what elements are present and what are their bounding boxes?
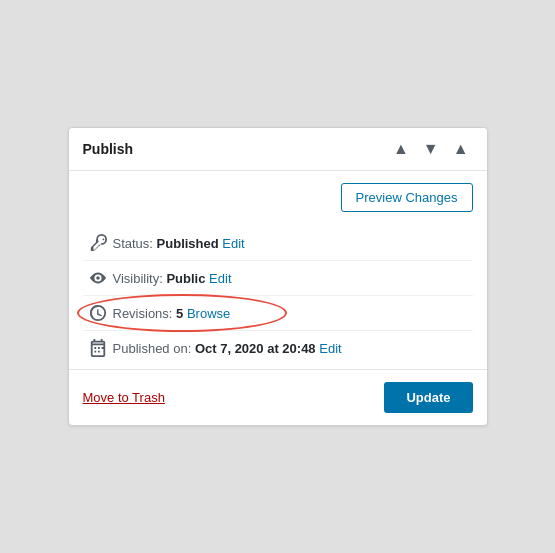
revisions-browse-link[interactable]: Browse	[187, 306, 230, 321]
status-text: Status: Published Edit	[113, 236, 473, 251]
info-rows: Status: Published Edit Visibility: Publi…	[83, 226, 473, 365]
status-edit-link[interactable]: Edit	[222, 236, 244, 251]
revisions-text: Revisions: 5 Browse	[113, 306, 473, 321]
visibility-value: Public	[166, 271, 205, 286]
eye-icon	[83, 269, 113, 287]
preview-row: Preview Changes	[83, 183, 473, 212]
visibility-text: Visibility: Public Edit	[113, 271, 473, 286]
published-date: Oct 7, 2020 at 20:48	[195, 341, 316, 356]
calendar-icon	[83, 339, 113, 357]
panel-title: Publish	[83, 141, 134, 157]
visibility-row: Visibility: Public Edit	[83, 261, 473, 296]
update-button[interactable]: Update	[384, 382, 472, 413]
visibility-edit-link[interactable]: Edit	[209, 271, 231, 286]
panel-footer: Move to Trash Update	[69, 369, 487, 425]
collapse-up-icon[interactable]: ▲	[389, 138, 413, 160]
published-on-row: Published on: Oct 7, 2020 at 20:48 Edit	[83, 331, 473, 365]
toggle-icon[interactable]: ▲	[449, 138, 473, 160]
revisions-icon	[83, 304, 113, 322]
preview-changes-button[interactable]: Preview Changes	[341, 183, 473, 212]
published-on-text: Published on: Oct 7, 2020 at 20:48 Edit	[113, 341, 473, 356]
status-row: Status: Published Edit	[83, 226, 473, 261]
publish-panel: Publish ▲ ▼ ▲ Preview Changes St	[68, 127, 488, 426]
panel-body: Preview Changes Status: Published Edit	[69, 171, 487, 365]
header-controls: ▲ ▼ ▲	[389, 138, 473, 160]
key-icon	[83, 234, 113, 252]
published-edit-link[interactable]: Edit	[319, 341, 341, 356]
status-value: Published	[157, 236, 219, 251]
collapse-down-icon[interactable]: ▼	[419, 138, 443, 160]
move-to-trash-button[interactable]: Move to Trash	[83, 390, 165, 405]
revisions-row: Revisions: 5 Browse	[83, 296, 473, 331]
panel-header: Publish ▲ ▼ ▲	[69, 128, 487, 171]
revisions-count: 5	[176, 306, 183, 321]
